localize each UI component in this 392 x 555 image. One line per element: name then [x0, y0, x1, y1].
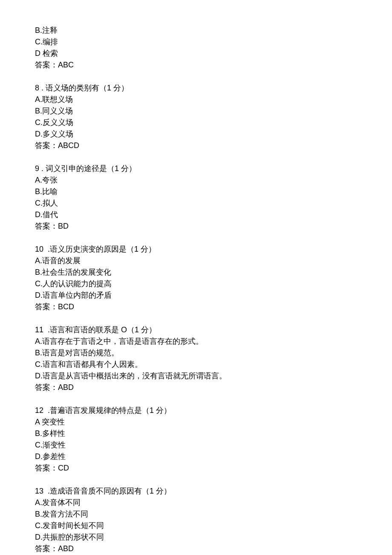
option-line: C.反义义场 [35, 117, 357, 128]
question-stem: 9 . 词义引申的途径是（1 分） [35, 163, 357, 174]
answer-line: 答案：ABD [35, 382, 357, 393]
option-line: A.联想义场 [35, 94, 357, 105]
answer-line: 答案：BD [35, 221, 357, 232]
option-line: A.语音的发展 [35, 255, 357, 267]
option-line: B.多样性 [35, 428, 357, 439]
question-number: 10 [35, 245, 43, 253]
question-stem: 11 .语言和言语的联系是 O（1 分） [35, 324, 357, 336]
question-number: 8 [35, 84, 39, 92]
option-line: C.拟人 [35, 198, 357, 209]
option-line: A.夸张 [35, 174, 357, 186]
blank-line [35, 313, 357, 324]
answer-line: 答案：ABD [35, 543, 357, 555]
document-page: B.注释 C.编排 D 检索 答案：ABC 8 . 语义场的类别有（1 分） A… [0, 0, 392, 555]
question-stem: 13 .造成语音音质不同的原因有（1 分） [35, 485, 357, 497]
blank-line [35, 71, 357, 82]
option-line: C.语言和言语都具有个人因素。 [35, 359, 357, 370]
question-text: .语义历史演变的原因是（1 分） [43, 245, 156, 253]
option-line: D.参差性 [35, 451, 357, 462]
blank-line [35, 474, 357, 485]
blank-line [35, 151, 357, 163]
option-line: B.注释 [35, 25, 357, 36]
option-line: C.人的认识能力的提高 [35, 278, 357, 290]
answer-line: 答案：ABC [35, 59, 357, 71]
blank-line [35, 393, 357, 405]
answer-line: 答案：BCD [35, 301, 357, 313]
option-line: A 突变性 [35, 416, 357, 428]
option-line: A.语言存在于言语之中，言语是语言存在的形式。 [35, 336, 357, 347]
question-number: 13 [35, 487, 43, 495]
question-number: 12 [35, 406, 43, 415]
question-text: .普遍语言发展规律的特点是（1 分） [43, 406, 171, 415]
option-line: D.语言单位内部的矛盾 [35, 290, 357, 301]
option-line: D.共振腔的形状不同 [35, 532, 357, 543]
option-line: D.多义义场 [35, 128, 357, 140]
option-line: C.编排 [35, 36, 357, 48]
question-stem: 12 .普遍语言发展规律的特点是（1 分） [35, 405, 357, 416]
question-text: . 语义场的类别有（1 分） [39, 84, 129, 92]
option-line: A.发音体不同 [35, 497, 357, 509]
blank-line [35, 232, 357, 244]
question-text: .语言和言语的联系是 O（1 分） [43, 325, 156, 334]
question-stem: 10 .语义历史演变的原因是（1 分） [35, 244, 357, 255]
option-line: D.借代 [35, 209, 357, 221]
option-line: B.发音方法不同 [35, 509, 357, 520]
option-line: B.社会生活的发展变化 [35, 267, 357, 278]
question-number: 11 [35, 325, 43, 334]
option-line: D 检索 [35, 48, 357, 59]
option-line: B.比喻 [35, 186, 357, 198]
question-stem: 8 . 语义场的类别有（1 分） [35, 82, 357, 94]
option-line: B.语言是对言语的规范。 [35, 347, 357, 359]
answer-line: 答案：CD [35, 462, 357, 474]
option-line: B.同义义场 [35, 105, 357, 117]
option-line: C.发音时间长短不同 [35, 520, 357, 532]
option-line: D.语言是从言语中概括出来的，没有言语就无所谓语言。 [35, 370, 357, 382]
question-text: . 词义引申的途径是（1 分） [39, 164, 136, 173]
answer-line: 答案：ABCD [35, 140, 357, 151]
option-line: C.渐变性 [35, 439, 357, 451]
question-number: 9 [35, 164, 39, 173]
question-text: .造成语音音质不同的原因有（1 分） [43, 487, 171, 495]
